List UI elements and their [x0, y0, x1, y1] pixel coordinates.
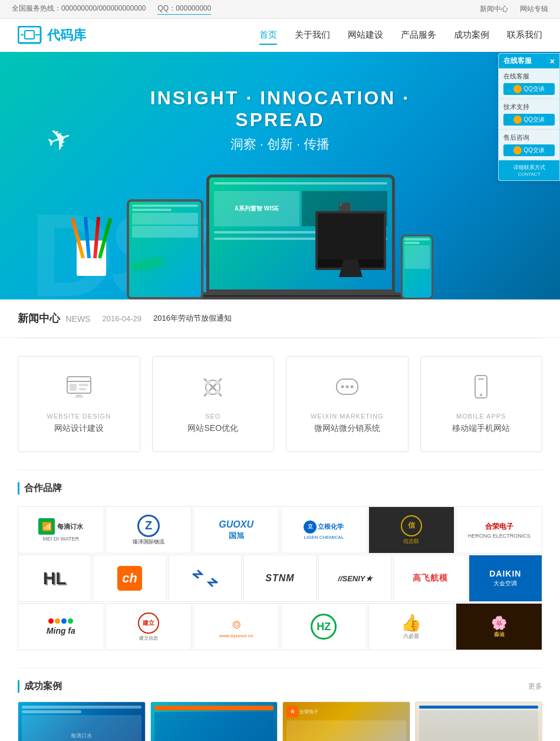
partners-title: 合作品牌	[18, 482, 542, 495]
case-item-4[interactable]	[415, 702, 543, 741]
device-phone	[401, 235, 433, 299]
widget-online-service: 在线客服 QQ交谈	[499, 68, 559, 99]
partner-jianli[interactable]: 建立 建立信息	[106, 603, 192, 650]
nav-cases[interactable]: 成功案例	[454, 27, 489, 45]
hotline-text: 全国服务热线：000000000/000000000000	[12, 4, 146, 15]
service-mobile[interactable]: MOBILE APPS 移动端手机网站	[420, 356, 543, 452]
partner-hl[interactable]: HL	[18, 555, 91, 602]
hero-subtitle: 洞察 · 创新 · 传播	[140, 136, 420, 153]
svg-point-19	[341, 386, 344, 388]
partners-section: 合作品牌 📶 每滴订水 MEI DI WATER Z 臻泽国际物流	[0, 470, 560, 668]
partner-gaofei[interactable]: 高飞航模	[393, 555, 467, 602]
hero-title: INSIGHT · INNOCATION · SPREAD	[140, 87, 420, 131]
svg-point-21	[350, 386, 353, 388]
device-tablet	[127, 199, 203, 299]
partner-zhiyang[interactable]: Z 臻泽国际物流	[106, 506, 192, 554]
svg-point-15	[215, 390, 220, 394]
hero-devices: A系列窗智 WISE ⬛	[127, 174, 433, 299]
svg-rect-1	[25, 31, 34, 39]
service-website-design[interactable]: WEBSITE DESIGN 网站设计建设	[18, 356, 140, 452]
service-mobile-cn: 移动端手机网站	[433, 423, 531, 434]
service-weixin[interactable]: WEIXIN MARKETING 微网站微分销系统	[286, 356, 409, 452]
widget-close-button[interactable]: ×	[550, 57, 555, 65]
svg-rect-7	[79, 384, 88, 386]
weixin-icon	[298, 374, 396, 406]
news-section-title: 新闻中心 NEWS	[18, 311, 90, 325]
partner-meidishui[interactable]: 📶 每滴订水 MEI DI WATER	[18, 506, 104, 554]
service-mobile-en: MOBILE APPS	[433, 413, 531, 420]
svg-point-17	[206, 390, 210, 394]
partner-liubiju[interactable]: 👍 六必居	[368, 603, 455, 650]
partner-hz[interactable]: HZ	[281, 603, 367, 650]
widget-sale-label: 售后咨询	[503, 133, 555, 142]
qq-link[interactable]: QQ：000000000	[157, 4, 211, 15]
cases-more-link[interactable]: 更多	[528, 681, 542, 691]
svg-point-20	[345, 386, 348, 388]
widget-online-qq-button[interactable]: QQ交谈	[503, 83, 555, 95]
nav-website-build[interactable]: 网站建设	[348, 27, 383, 45]
cases-grid: 每滴订水 合 合荣电子	[18, 702, 542, 741]
partner-mingfa[interactable]: Ming fa	[18, 603, 104, 650]
pencils-decoration	[77, 241, 106, 276]
main-nav: 首页 关于我们 网站建设 产品服务 成功案例 联系我们	[259, 27, 542, 45]
case-item-2[interactable]	[150, 702, 278, 741]
top-bar: 全国服务热线：000000000/000000000000 QQ：0000000…	[0, 0, 560, 19]
widget-sale-qq-button[interactable]: QQ交谈	[503, 144, 555, 156]
widget-online-label: 在线客服	[503, 72, 555, 81]
nav-products[interactable]: 产品服务	[401, 27, 436, 45]
case-item-1[interactable]: 每滴订水	[18, 702, 146, 741]
nav-home[interactable]: 首页	[259, 27, 277, 45]
service-seo-en: SEO	[164, 413, 262, 420]
partners-row-1: 📶 每滴订水 MEI DI WATER Z 臻泽国际物流 GUOXU 国旭	[18, 506, 542, 554]
partner-guoxu[interactable]: GUOXU 国旭	[193, 506, 279, 554]
partner-daikin[interactable]: DAIKIN 大金空调	[469, 555, 542, 602]
service-seo-cn: 网站SEO优化	[164, 423, 262, 434]
widget-tech-support: 技术支持 QQ交谈	[499, 99, 559, 130]
partner-stnm[interactable]: STNM	[243, 555, 317, 602]
header: 代码库 首页 关于我们 网站建设 产品服务 成功案例 联系我们	[0, 19, 560, 52]
logo-text: 代码库	[47, 27, 86, 44]
partners-row-3: Ming fa 建立 建立信息 ⌾ www.sipunuo.cn HZ 👍 六必…	[18, 603, 542, 650]
mobile-icon	[433, 374, 531, 406]
cases-title: 成功案例	[18, 680, 62, 693]
nav-contact[interactable]: 联系我们	[507, 27, 542, 45]
svg-point-14	[206, 380, 210, 385]
partner-herong[interactable]: 合荣电子 HERONG ELECTRONICS	[456, 506, 542, 554]
svg-rect-8	[79, 388, 86, 390]
seo-icon	[164, 374, 262, 406]
partner-blue-arrows[interactable]	[168, 555, 242, 602]
hero-banner: DSG INSIGHT · INNOCATION · SPREAD 洞察 · 创…	[0, 52, 560, 299]
qq-icon	[513, 85, 522, 93]
partner-ch[interactable]: ch	[93, 555, 166, 602]
widget-contact-button[interactable]: 详细联系方式 CONTACT	[499, 160, 559, 180]
widget-title: 在线客服	[503, 56, 532, 66]
service-weixin-en: WEIXIN MARKETING	[298, 413, 396, 420]
online-customer-widget: 在线客服 × 在线客服 QQ交谈 技术支持 QQ交谈 售后咨询 QQ交谈 详细联…	[498, 53, 560, 181]
nav-website-album[interactable]: 网站专辑	[520, 4, 548, 14]
partner-ligen[interactable]: 立 立根化学 LIGEN CHEMICAL	[281, 506, 367, 554]
services-section: WEBSITE DESIGN 网站设计建设 SEO 网站SEO优化 WEIXIN…	[0, 338, 560, 470]
logo[interactable]: 代码库	[18, 26, 86, 45]
svg-point-16	[215, 380, 220, 385]
case-item-3[interactable]: 合 合荣电子	[282, 702, 410, 741]
news-section: 新闻中心 NEWS 2016-04-29 2016年劳动节放假通知	[0, 299, 560, 338]
widget-header: 在线客服 ×	[499, 54, 559, 68]
partner-miaodi[interactable]: 🌸 淼迪	[456, 603, 542, 650]
service-website-cn: 网站设计建设	[30, 423, 128, 434]
svg-rect-10	[75, 396, 83, 398]
widget-support-qq-button[interactable]: QQ交谈	[503, 114, 555, 126]
hero-text: INSIGHT · INNOCATION · SPREAD 洞察 · 创新 · …	[140, 87, 420, 153]
partner-xinzhilian[interactable]: 信 信志联	[368, 506, 455, 554]
partner-seniy[interactable]: //SENIY★	[318, 555, 392, 602]
nav-about[interactable]: 关于我们	[295, 27, 330, 45]
paper-plane-icon: ✈	[42, 120, 77, 160]
qq-icon-2	[513, 116, 522, 124]
svg-point-23	[480, 394, 482, 396]
service-seo[interactable]: SEO 网站SEO优化	[152, 356, 275, 452]
partner-sipunuo[interactable]: ⌾ www.sipunuo.cn	[193, 603, 279, 650]
nav-news-center[interactable]: 新闻中心	[480, 4, 508, 14]
logo-icon	[18, 26, 42, 45]
news-headline[interactable]: 2016年劳动节放假通知	[153, 313, 232, 324]
device-tv	[315, 211, 386, 270]
partners-row-2: HL ch STNM //SENIY★ 高飞航模 DAIKIN	[18, 555, 542, 602]
